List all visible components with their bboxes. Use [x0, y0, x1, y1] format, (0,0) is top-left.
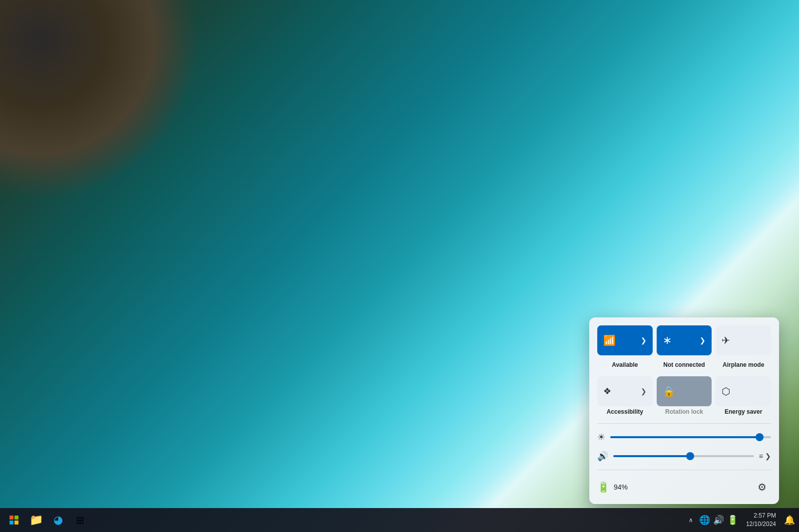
volume-device-selector[interactable]: ≡ ❯: [759, 452, 771, 460]
rotation-lock-icon: 🔒: [663, 385, 675, 397]
wifi-chevron-icon: ❯: [641, 336, 647, 344]
clock-time: 2:57 PM: [746, 512, 776, 520]
airplane-icon: ✈: [722, 334, 730, 346]
toggle-row-2: ❖ ❯ 🔒 ⬡: [597, 376, 771, 406]
divider-1: [597, 423, 771, 424]
battery-icon: 🔋: [597, 481, 610, 493]
accessibility-toggle[interactable]: ❖ ❯: [597, 376, 653, 406]
volume-row: 🔊 ≡ ❯: [597, 451, 771, 462]
battery-info: 🔋 94%: [597, 481, 628, 493]
toggle-row-1: 📶 ❯ ∗ ❯ ✈: [597, 325, 771, 355]
brightness-icon: ☀: [597, 432, 605, 443]
store-icon: ⊞: [76, 514, 84, 526]
toggle-labels-row-1: Available Not connected Airplane mode: [597, 361, 771, 368]
clock-datetime[interactable]: 2:57 PM 12/10/2024: [742, 512, 780, 529]
bluetooth-icon: ∗: [663, 334, 672, 347]
bluetooth-chevron-icon: ❯: [700, 336, 706, 344]
energy-saver-toggle[interactable]: ⬡: [716, 376, 771, 406]
volume-slider[interactable]: [613, 455, 754, 457]
volume-chevron-icon: ❯: [765, 452, 771, 460]
energy-saver-label: Energy saver: [716, 408, 771, 415]
system-tray-icons: 🌐 🔊 🔋: [699, 515, 738, 526]
energy-saver-icon: ⬡: [722, 385, 730, 397]
accessibility-label: Accessibility: [597, 408, 653, 415]
file-explorer-icon: 📁: [29, 514, 43, 527]
wifi-toggle[interactable]: 📶 ❯: [597, 325, 653, 355]
network-globe-icon[interactable]: 🌐: [699, 515, 710, 526]
rotation-lock-toggle[interactable]: 🔒: [657, 376, 712, 406]
toggle-labels-row-2: Accessibility Rotation lock Energy saver: [597, 408, 771, 415]
volume-sys-icon[interactable]: 🔊: [713, 515, 724, 526]
wifi-label: Available: [597, 361, 653, 368]
accessibility-icon: ❖: [603, 386, 611, 397]
edge-browser-button[interactable]: ◕: [48, 510, 68, 530]
store-button[interactable]: ⊞: [70, 510, 90, 530]
notification-bell-icon[interactable]: 🔔: [784, 515, 795, 526]
brightness-slider-container: [610, 432, 771, 442]
bluetooth-label: Not connected: [657, 361, 712, 368]
bluetooth-toggle[interactable]: ∗ ❯: [657, 325, 712, 355]
windows-logo-icon: [9, 516, 18, 525]
clock-date: 12/10/2024: [746, 520, 776, 529]
volume-slider-container: [613, 451, 754, 461]
rotation-lock-label: Rotation lock: [657, 408, 712, 415]
settings-gear-icon: ⚙: [758, 481, 767, 493]
taskbar-right: ∧ 🌐 🔊 🔋 2:57 PM 12/10/2024 🔔: [689, 512, 795, 529]
quick-settings-panel: 📶 ❯ ∗ ❯ ✈ Available Not connected Airpla…: [589, 317, 779, 504]
airplane-label: Airplane mode: [716, 361, 771, 368]
accessibility-chevron-icon: ❯: [641, 387, 647, 395]
hidden-icons-chevron[interactable]: ∧: [689, 517, 693, 524]
brightness-slider[interactable]: [610, 436, 771, 438]
settings-button[interactable]: ⚙: [753, 478, 771, 496]
volume-icon: 🔊: [597, 451, 608, 462]
brightness-row: ☀: [597, 432, 771, 443]
divider-2: [597, 470, 771, 470]
file-explorer-button[interactable]: 📁: [26, 510, 46, 530]
volume-settings-icon: ≡: [759, 452, 763, 460]
taskbar: 📁 ◕ ⊞ ∧ 🌐 🔊 🔋 2:57 PM 12/10/2024 🔔: [0, 508, 799, 532]
wifi-icon: 📶: [603, 334, 616, 346]
airplane-toggle[interactable]: ✈: [716, 325, 771, 355]
battery-row: 🔋 94% ⚙: [597, 478, 771, 496]
start-button[interactable]: [4, 510, 24, 530]
taskbar-left: 📁 ◕ ⊞: [4, 510, 90, 530]
battery-percent: 94%: [614, 483, 628, 491]
edge-icon: ◕: [53, 514, 63, 527]
battery-sys-icon[interactable]: 🔋: [727, 515, 738, 526]
